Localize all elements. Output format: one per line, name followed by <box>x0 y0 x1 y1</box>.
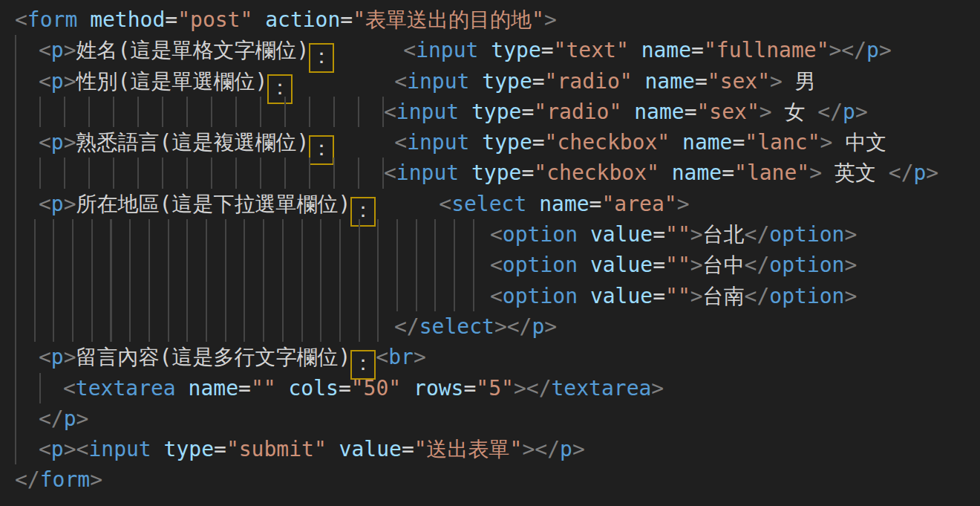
code-line: <form method="post" action="表單送出的目的地"> <box>15 4 980 35</box>
code-token-tag: p <box>51 130 64 155</box>
code-token-punct: < <box>76 437 89 461</box>
code-token-punct: > <box>90 467 102 492</box>
code-token-eq: = <box>732 130 745 155</box>
code-token-str: "radio" <box>545 69 633 94</box>
code-token-tag: br <box>388 345 414 369</box>
code-token-punct: </ <box>507 314 532 339</box>
code-token-punct: > <box>770 69 783 94</box>
code-line: <p><input type="submit" value="送出表單"></p… <box>15 434 980 464</box>
code-token-punct: </ <box>526 376 552 400</box>
code-token-tag: option <box>503 253 578 277</box>
code-editor[interactable]: <form method="post" action="表單送出的目的地"><p… <box>0 0 980 506</box>
code-token-eq: = <box>589 192 602 216</box>
code-token-str: "text" <box>554 38 629 62</box>
code-token-punct: > <box>829 38 842 62</box>
code-token-tag: p <box>51 345 64 369</box>
code-token-str: "lanc" <box>745 130 820 155</box>
whitespace-gap <box>334 127 394 128</box>
code-token-text <box>276 376 289 400</box>
code-token-str: "5" <box>476 376 514 400</box>
code-token-text: 英文 <box>822 160 889 185</box>
code-token-attr: name <box>634 100 684 124</box>
indent-guides <box>15 158 384 188</box>
code-token-str: "" <box>665 284 690 308</box>
code-token-tag: p <box>914 160 927 185</box>
code-token-punct: > <box>64 69 76 94</box>
code-token-attr: type <box>491 38 540 62</box>
code-token-attr: method <box>90 7 165 32</box>
code-token-text <box>151 437 164 461</box>
code-token-eq: = <box>238 376 251 400</box>
code-token-tag: input <box>416 38 478 62</box>
code-token-eq: = <box>722 160 734 185</box>
code-token-attr: type <box>164 437 214 461</box>
code-token-punct: > <box>64 192 76 216</box>
code-token-punct: > <box>809 160 822 185</box>
code-token-punct: < <box>39 345 51 369</box>
code-token-eq: = <box>532 130 545 155</box>
code-token-punct: </ <box>817 100 843 124</box>
code-token-text <box>401 376 414 400</box>
code-line: <p>所在地區(這是下拉選單欄位)：<select name="area"> <box>15 189 980 219</box>
code-token-tag: option <box>503 222 578 247</box>
code-token-str: "sex" <box>696 100 759 124</box>
code-token-text <box>578 284 590 308</box>
code-token-str: "fullname" <box>704 38 829 62</box>
code-token-str: "sex" <box>708 69 770 94</box>
code-line: <p>性別(這是單選欄位)：<input type="radio" name="… <box>15 66 980 97</box>
code-token-tag: p <box>64 406 76 431</box>
code-token-punct: > <box>690 284 703 308</box>
code-token-tag: p <box>843 100 855 124</box>
code-line: <option value="">台中</option> <box>15 250 980 280</box>
code-token-tag: p <box>51 69 64 94</box>
code-token-punct: < <box>39 130 51 155</box>
code-token-tag: form <box>27 7 77 32</box>
code-token-tag: textarea <box>552 376 652 400</box>
code-token-tag: p <box>532 314 544 339</box>
code-token-attr: name <box>672 160 722 185</box>
indent-guides <box>15 434 39 464</box>
code-token-str: "checkbox" <box>545 130 670 155</box>
code-token-attr: value <box>590 284 653 308</box>
code-token-eq: = <box>214 437 226 461</box>
code-line: <p>姓名(這是單格文字欄位)：<input type="text" name=… <box>15 35 980 65</box>
code-token-punct: > <box>760 100 772 124</box>
code-token-eq: = <box>695 69 708 94</box>
code-token-tag: option <box>769 253 844 277</box>
code-token-punct: </ <box>745 222 770 247</box>
code-token-punct: > <box>522 437 535 461</box>
code-line: <p>熟悉語言(這是複選欄位)：<input type="checkbox" n… <box>15 127 980 158</box>
code-token-text <box>659 160 672 185</box>
code-token-tag: textarea <box>76 376 176 400</box>
code-token-attr: value <box>339 437 402 461</box>
code-token-punct: < <box>439 192 451 216</box>
code-token-text <box>77 7 90 32</box>
code-token-punct: < <box>394 130 407 155</box>
code-token-punct: < <box>39 192 51 216</box>
code-token-tag: input <box>407 130 469 155</box>
code-token-punct: < <box>490 253 503 277</box>
code-token-str: "post" <box>177 7 252 32</box>
code-token-punct: > <box>690 222 703 247</box>
code-token-tag: input <box>396 100 459 124</box>
code-token-punct: > <box>879 38 892 62</box>
code-token-punct: </ <box>39 406 64 431</box>
code-token-punct: > <box>514 376 526 400</box>
code-line: </select></p> <box>15 311 980 342</box>
indent-guides <box>15 66 39 97</box>
code-token-attr: value <box>590 222 653 247</box>
indent-guides <box>15 219 490 250</box>
code-token-str: "" <box>665 253 690 277</box>
whitespace-gap <box>376 189 439 189</box>
code-token-tag: select <box>451 192 526 216</box>
code-token-tag: p <box>51 192 64 216</box>
code-token-punct: < <box>403 38 416 62</box>
code-token-tag: input <box>88 437 151 461</box>
code-token-punct: > <box>64 437 76 461</box>
code-token-eq: = <box>521 160 534 185</box>
code-token-punct: < <box>490 222 503 247</box>
code-token-eq: = <box>340 7 353 32</box>
code-token-attr: rows <box>414 376 463 400</box>
indent-guides <box>15 189 39 219</box>
code-token-text <box>629 38 641 62</box>
